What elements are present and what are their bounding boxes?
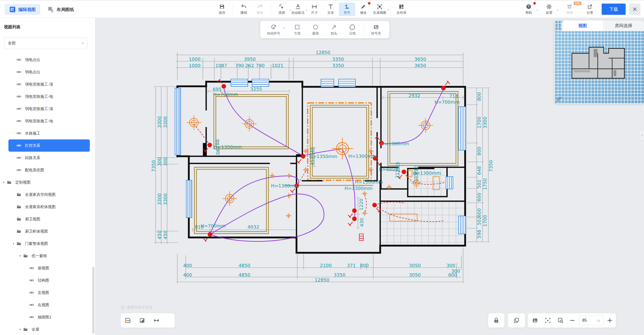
minimap-tabs: 视图 房间选择 (562, 20, 644, 31)
view-filter-select[interactable]: 全部 ▾ (4, 37, 87, 49)
topbar-archive-button[interactable]: VIP存档 (561, 3, 578, 16)
view-item-定制视图[interactable]: ▼定制视图 (0, 176, 95, 188)
zoom-level-input[interactable]: 85 % (579, 316, 603, 325)
drawing-frame-button[interactable] (121, 313, 135, 328)
dimension-label: 1021 (272, 63, 283, 68)
lock-icon (493, 317, 500, 324)
caret-down-icon[interactable]: ▼ (12, 242, 16, 245)
view-item-灯控关系[interactable]: 灯控关系 (8, 139, 90, 152)
tool-symbol[interactable]: 符号 (339, 3, 355, 16)
tab-layout-paper-label: 布局图纸 (57, 7, 74, 13)
toolbar-divider (285, 24, 286, 35)
resize-corner-icon[interactable] (556, 95, 564, 102)
view-item-强电点位[interactable]: 强电点位 (0, 54, 95, 66)
tool-autolabel[interactable]: ▾自动标注 (290, 3, 306, 16)
tool-select[interactable]: ▾选择 (274, 3, 290, 16)
view-item-弱电管路施工-地[interactable]: 弱电管路施工-地 (0, 115, 95, 127)
tool-label: 恢复 (257, 10, 263, 15)
dimension-label: H=0mm (379, 167, 398, 172)
zoom-unit: % (597, 318, 600, 323)
view-item-厨卫柜体视图[interactable]: 厨卫柜体视图 (0, 225, 95, 237)
layout-icon (398, 4, 404, 10)
close-button[interactable] (629, 4, 640, 15)
view-item-全屋[interactable]: ▼全屋 (0, 323, 95, 335)
view-item-弱电管路施工-顶[interactable]: 弱电管路施工-顶 (0, 103, 95, 115)
tab-layout-paper[interactable]: 布局图纸 (43, 4, 79, 15)
view-item-弱电点位[interactable]: 弱电点位 (0, 66, 95, 78)
toolbar-right: ?▾帮助▾设置VIP存档分享 下载 (521, 1, 640, 18)
dimension-label: 371 (347, 263, 356, 268)
sidebar-scrollbar[interactable] (92, 267, 94, 334)
edit-view-logo-icon (9, 6, 16, 13)
folder-icon (23, 253, 28, 258)
symbol-tool-cloud[interactable]: 云线 (343, 23, 362, 36)
view-item-俯视图[interactable]: 俯视图 (0, 262, 95, 274)
view-item-强电管路施工-顶[interactable]: 强电管路施工-顶 (0, 78, 95, 90)
tool-layout[interactable]: 去布局 (393, 3, 410, 16)
view-item-结构图[interactable]: 结构图 (0, 274, 95, 286)
topbar-gear-button[interactable]: ▾设置 (541, 3, 557, 16)
view-item-左视图[interactable]: 左视图 (0, 286, 95, 299)
view-item-回路关系[interactable]: 回路关系 (0, 152, 95, 164)
zoom-out-button[interactable] (567, 313, 577, 328)
minimap-floorplan[interactable] (568, 43, 630, 84)
view-item-强电管路施工-地[interactable]: 强电管路施工-地 (0, 90, 95, 103)
view-item-厨卫视图[interactable]: 厨卫视图 (0, 213, 95, 225)
toolbar-divider (233, 4, 233, 14)
symbol-tool-library[interactable]: 符号库 (367, 23, 385, 36)
symbol-tool-autosym[interactable]: ▾自动符号 (264, 23, 283, 36)
tool-dim[interactable]: 尺寸 (306, 3, 323, 16)
dimension-label: 502 (476, 217, 482, 225)
dimension-label: 600 (476, 193, 482, 201)
view-item-全屋家具空间视图[interactable]: 全屋家具空间视图 (0, 188, 95, 201)
tool-redo[interactable]: 恢复 (252, 3, 268, 16)
zoom-area-button[interactable] (554, 313, 567, 328)
view-item-配电系统图[interactable]: 配电系统图 (0, 164, 95, 176)
smiley-icon (121, 305, 125, 310)
tool-text[interactable]: 文本 (323, 3, 339, 16)
tab-edit-view[interactable]: 编辑视图 (5, 4, 40, 15)
dimension-label: 695 (213, 87, 221, 92)
tool-save[interactable]: 保存 (214, 3, 230, 16)
view-item-轴测图1[interactable]: 轴测图1 (0, 311, 95, 323)
view-item-全屋家具柜体视图[interactable]: 全屋家具柜体视图 (0, 201, 95, 213)
dimension-label: 300 (157, 157, 162, 166)
topbar-share-button[interactable]: 分享 (582, 3, 598, 16)
fit-to-screen-button[interactable] (541, 313, 554, 328)
view-item-右视图[interactable]: 右视图 (0, 299, 95, 311)
tab-room-select[interactable]: 房间选择 (603, 20, 644, 31)
caret-down-icon[interactable]: ▼ (3, 181, 7, 184)
fill-style-button[interactable] (135, 313, 149, 328)
drag-handle-icon[interactable] (556, 22, 561, 29)
view-item-label: 全屋家具柜体视图 (25, 205, 56, 209)
dimension-label: 3350 (334, 272, 345, 278)
tool-undo[interactable]: 撤销 (236, 3, 252, 16)
symbol-tool-circle[interactable]: 圆形 (306, 23, 325, 36)
view-item-label: 全屋家具空间视图 (25, 192, 56, 197)
drawing-canvas[interactable]: 1285010003950335036501000108779026279010… (95, 18, 644, 335)
caret-down-icon[interactable]: ▼ (19, 255, 23, 257)
lock-button[interactable] (489, 313, 503, 328)
share-icon (587, 4, 593, 10)
caret-down-icon[interactable]: ▼ (19, 328, 23, 331)
symbol-tool-arrowui[interactable]: 箭头 (325, 23, 343, 36)
zoom-area-icon (557, 317, 564, 324)
symbol-tool-square[interactable]: 方形 (288, 23, 306, 36)
view-item-水路施工[interactable]: 水路施工 (0, 127, 95, 139)
dimension-label: H=1300mm (348, 153, 376, 159)
dimension-label: 430 (359, 218, 364, 227)
view-item-统一窗框[interactable]: ▼统一窗框 (0, 250, 95, 262)
tool-genview[interactable]: ▾生成视图 (371, 3, 388, 16)
tool-pencil[interactable]: 修改 (355, 3, 371, 16)
background-image-button[interactable] (529, 313, 541, 328)
panel-collapse-handle[interactable] (640, 131, 644, 140)
topbar-help-button[interactable]: ?▾帮助 (521, 3, 537, 16)
merge-button[interactable] (149, 313, 164, 328)
zoom-in-button[interactable] (605, 313, 615, 328)
view-item-门窗整体视图[interactable]: ▼门窗整体视图 (0, 237, 95, 250)
tool-label: 尺寸 (311, 10, 318, 15)
tab-view[interactable]: 视图 (562, 20, 603, 31)
dimension-label: 3350 (332, 56, 344, 62)
duplicate-view-button[interactable] (509, 313, 524, 328)
download-button[interactable]: 下载 (602, 4, 626, 15)
